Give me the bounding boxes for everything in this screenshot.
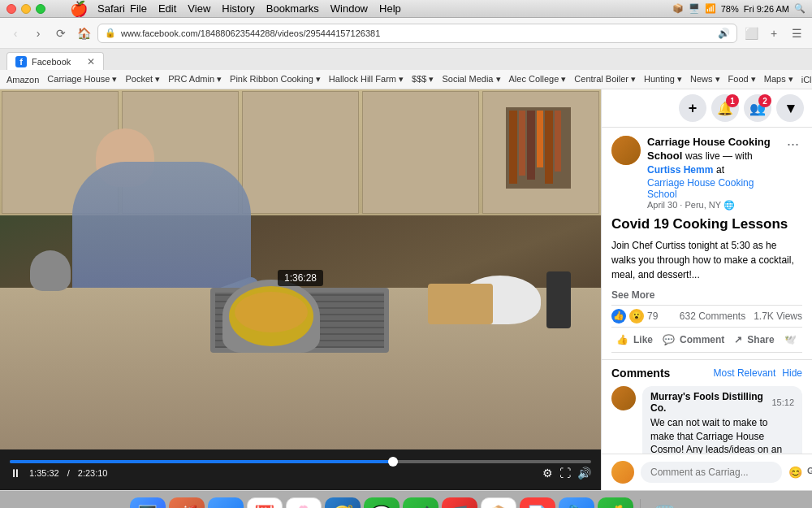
dock-messages[interactable]: 💬 bbox=[364, 497, 400, 509]
battery-display: 78% bbox=[721, 4, 739, 14]
see-more-button[interactable]: See More bbox=[611, 289, 654, 301]
bookmark-alec[interactable]: Alec College ▾ bbox=[509, 74, 567, 85]
fullscreen-button[interactable]: ⛶ bbox=[559, 467, 571, 480]
at-place: Carriage House Cooking School bbox=[647, 177, 777, 200]
comment-input[interactable] bbox=[641, 462, 782, 483]
progress-bar[interactable] bbox=[10, 460, 591, 463]
bookmark-hallock[interactable]: Hallock Hill Farm ▾ bbox=[329, 74, 404, 85]
audio-icon[interactable]: 🔊 bbox=[718, 28, 730, 39]
dock-quickbooks[interactable]: 💰 bbox=[598, 497, 633, 509]
dock-trash[interactable]: 🗑️ bbox=[647, 497, 683, 509]
share-button[interactable]: ↗ Share bbox=[729, 329, 779, 350]
bookmark-money[interactable]: $$$ ▾ bbox=[412, 74, 434, 85]
dock-acrobat[interactable]: 📄 bbox=[520, 497, 555, 509]
traffic-lights[interactable] bbox=[6, 4, 45, 14]
dock-appstore[interactable]: 🛍️ bbox=[559, 497, 594, 509]
menu-file[interactable]: File bbox=[130, 2, 147, 15]
notifications-button[interactable]: 🔔 1 bbox=[711, 94, 739, 122]
new-tab-button[interactable]: + bbox=[765, 24, 783, 42]
more-reactions-button[interactable]: 🕊️ bbox=[780, 329, 802, 350]
bookmark-carriage[interactable]: Carriage House ▾ bbox=[47, 74, 117, 85]
menu-bookmarks[interactable]: Bookmarks bbox=[266, 2, 319, 15]
post-more-button[interactable]: ··· bbox=[784, 136, 802, 153]
comments-sort[interactable]: Most Relevant bbox=[714, 367, 776, 379]
messages-badge: 2 bbox=[758, 94, 771, 107]
dock-safari[interactable]: 🧭 bbox=[325, 497, 361, 509]
bookmark-central[interactable]: Central Boiler ▾ bbox=[574, 74, 636, 85]
dock-music[interactable]: 🎵 bbox=[442, 497, 477, 509]
action-buttons: 👍 Like 💬 Comment ↗ Share 🕊️ bbox=[611, 328, 802, 353]
tab-close-button[interactable]: ✕ bbox=[87, 56, 95, 67]
play-pause-button[interactable]: ⏸ bbox=[10, 467, 21, 480]
facebook-panel: + 🔔 1 👥 2 ▾ Carriage House Cooking Schoo… bbox=[601, 89, 812, 490]
tab-title: Facebook bbox=[32, 57, 71, 67]
commenter-name-1[interactable]: Murray's Fools Distilling Co. bbox=[650, 391, 771, 414]
wifi-icon: 📶 bbox=[705, 3, 716, 14]
address-bar-container[interactable]: 🔒 🔊 bbox=[97, 24, 737, 43]
reaction-icons: 👍 😮 79 bbox=[611, 309, 658, 323]
bookmark-social[interactable]: Social Media ▾ bbox=[442, 74, 500, 85]
menu-help[interactable]: Help bbox=[379, 2, 401, 15]
gif-icon[interactable]: GIF bbox=[807, 466, 812, 479]
menu-view[interactable]: View bbox=[188, 2, 210, 15]
dock-launchpad[interactable]: 🚀 bbox=[169, 497, 205, 509]
reactions-count: 79 bbox=[647, 310, 658, 322]
page-avatar[interactable] bbox=[611, 136, 641, 165]
dock-facetime[interactable]: 📹 bbox=[403, 497, 438, 509]
dock-mail[interactable]: ✉️ bbox=[208, 497, 244, 509]
menu-bar: 🍎 Safari File Edit View History Bookmark… bbox=[0, 0, 812, 18]
dock-calendar[interactable]: 📅 bbox=[247, 497, 283, 509]
share-icon: ↗ bbox=[734, 334, 742, 345]
author-row: Carriage House Cooking School was live —… bbox=[611, 136, 802, 211]
video-frame[interactable]: 1:36:28 bbox=[0, 89, 601, 449]
bookmark-food[interactable]: Food ▾ bbox=[728, 74, 756, 85]
home-button[interactable]: 🏠 bbox=[75, 24, 93, 42]
browser-nav-icons[interactable]: 🍎 Safari bbox=[70, 0, 125, 18]
reload-button[interactable]: ⟳ bbox=[52, 24, 70, 42]
place-link[interactable]: Carriage House Cooking School bbox=[647, 177, 754, 200]
active-tab[interactable]: f Facebook ✕ bbox=[6, 52, 104, 70]
bookmark-prc[interactable]: PRC Admin ▾ bbox=[168, 74, 222, 85]
live-tag: was live — with bbox=[685, 150, 753, 162]
menu-safari[interactable]: Safari bbox=[97, 2, 125, 15]
comment-button[interactable]: 💬 Comment bbox=[658, 329, 729, 350]
counter-top bbox=[0, 288, 601, 449]
dock-photos[interactable]: 🌸 bbox=[286, 497, 322, 509]
maximize-button[interactable] bbox=[36, 4, 45, 14]
add-button[interactable]: + bbox=[679, 94, 706, 122]
hide-button[interactable]: Hide bbox=[782, 367, 802, 379]
messages-button[interactable]: 👥 2 bbox=[744, 94, 771, 122]
menu-window[interactable]: Window bbox=[330, 2, 368, 15]
forward-button[interactable]: › bbox=[29, 24, 47, 42]
more-button[interactable]: ▾ bbox=[776, 94, 804, 122]
bookmark-amazon[interactable]: Amazon bbox=[6, 75, 39, 85]
bookmark-pink-ribbon[interactable]: Pink Ribbon Cooking ▾ bbox=[230, 74, 321, 85]
sidebar-button[interactable]: ☰ bbox=[788, 24, 806, 42]
dock-dropbox[interactable]: 📦 bbox=[481, 497, 516, 509]
video-controls[interactable]: ⏸ 1:35:32 / 2:23:10 ⚙ ⛶ 🔊 bbox=[0, 449, 601, 490]
emoji-icon[interactable]: 😊 bbox=[788, 466, 802, 479]
clock: Fri 9:26 AM bbox=[744, 4, 789, 14]
search-icon[interactable]: 🔍 bbox=[794, 3, 806, 14]
progress-thumb[interactable] bbox=[388, 457, 398, 467]
with-person[interactable]: Curtiss Hemm bbox=[647, 164, 713, 176]
bookmark-icloud[interactable]: iCloud bbox=[801, 75, 812, 85]
settings-button[interactable]: ⚙ bbox=[542, 467, 553, 480]
like-button[interactable]: 👍 Like bbox=[611, 329, 658, 350]
volume-button[interactable]: 🔊 bbox=[577, 467, 591, 480]
video-player[interactable]: ✕ f bbox=[0, 89, 601, 490]
menu-history[interactable]: History bbox=[222, 2, 254, 15]
back-button[interactable]: ‹ bbox=[6, 24, 24, 42]
bookmark-maps[interactable]: Maps ▾ bbox=[764, 74, 793, 85]
dock-finder[interactable]: 🖥️ bbox=[130, 497, 166, 509]
bookmark-news[interactable]: News ▾ bbox=[690, 74, 720, 85]
address-input[interactable] bbox=[121, 28, 713, 38]
share-button[interactable]: ⬜ bbox=[742, 24, 760, 42]
menu-edit[interactable]: Edit bbox=[158, 2, 176, 15]
comment-timestamp-1: 15:12 bbox=[771, 397, 794, 407]
close-button[interactable] bbox=[6, 4, 16, 14]
minimize-button[interactable] bbox=[21, 4, 31, 14]
author-info: Carriage House Cooking School was live —… bbox=[647, 136, 777, 211]
bookmark-hunting[interactable]: Hunting ▾ bbox=[644, 74, 682, 85]
bookmark-pocket[interactable]: Pocket ▾ bbox=[125, 74, 160, 85]
